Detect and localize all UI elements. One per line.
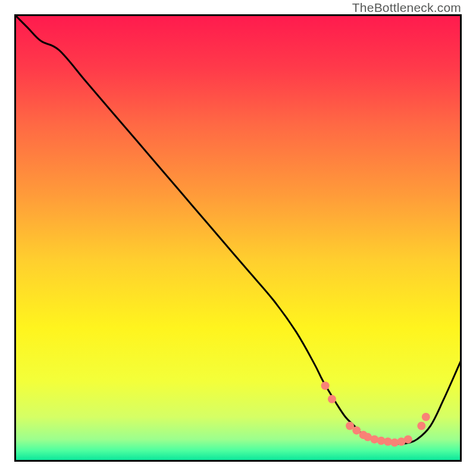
svg-rect-0 (14, 14, 462, 462)
watermark-label: TheBottleneck.com (352, 1, 461, 15)
chart-container: TheBottleneck.com (0, 0, 476, 476)
plot-area (14, 14, 462, 462)
gradient-background (14, 14, 462, 462)
